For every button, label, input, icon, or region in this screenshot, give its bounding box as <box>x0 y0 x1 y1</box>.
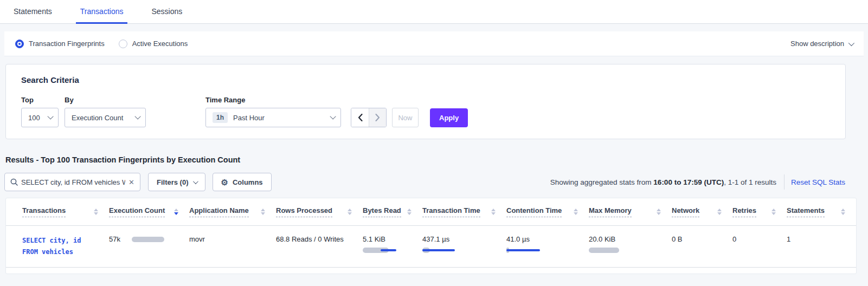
columns-button[interactable]: ⚙ Columns <box>213 173 272 191</box>
search-criteria-title: Search Criteria <box>21 75 845 84</box>
by-field: By Execution Count <box>65 96 205 127</box>
search-input[interactable] <box>21 178 125 186</box>
cell-retries: 0 <box>732 226 787 267</box>
radio-unselected-icon[interactable] <box>119 40 127 48</box>
showing-stats-range: 16:00 to 17:59 (UTC) <box>653 178 724 186</box>
transactions-table: Transactions Execution Count Application… <box>5 198 857 274</box>
search-criteria-controls: Top 100 By Execution Count Time Range 1h… <box>21 96 845 127</box>
now-button[interactable]: Now <box>392 108 419 127</box>
time-range-select[interactable]: 1h Past Hour <box>205 108 341 127</box>
cell-bytes-read: 5.1 KiB <box>363 226 422 267</box>
time-range-label: Time Range <box>205 96 341 104</box>
sort-icon[interactable] <box>717 209 722 215</box>
radio-selected-icon[interactable] <box>15 40 24 48</box>
bytes-read-bar <box>363 248 412 253</box>
reset-sql-stats-link[interactable]: Reset SQL Stats <box>791 178 845 186</box>
retries-value: 0 <box>732 235 736 243</box>
by-label: By <box>65 96 205 104</box>
sort-icon[interactable] <box>261 209 265 215</box>
filters-label: Filters (0) <box>157 178 189 186</box>
column-header-transactions: Transactions <box>6 198 109 225</box>
column-header-bytes-read: Bytes Read <box>363 198 422 225</box>
transaction-time-value: 437.1 µs <box>422 235 496 243</box>
column-header-application-name: Application Name <box>189 198 276 225</box>
view-radio-group: Transaction Fingerprints Active Executio… <box>15 40 188 48</box>
tab-sessions[interactable]: Sessions <box>147 0 187 24</box>
cell-max-memory: 20.0 KiB <box>589 226 672 267</box>
results-controls: ✕ Filters (0) ⚙ Columns Showing aggregat… <box>4 173 845 191</box>
sort-icon[interactable] <box>407 209 412 215</box>
sort-icon[interactable] <box>491 209 496 215</box>
sort-icon[interactable] <box>771 209 776 215</box>
top-label: Top <box>21 96 65 104</box>
by-value: Execution Count <box>72 114 123 122</box>
contention-time-value: 41.0 µs <box>506 235 578 243</box>
execution-count-value: 57k <box>109 235 120 243</box>
cell-network: 0 B <box>672 226 732 267</box>
column-header-statements: Statements <box>787 198 856 225</box>
showing-stats-text: Showing aggregated stats from 16:00 to 1… <box>550 178 776 186</box>
statements-value: 1 <box>787 235 790 243</box>
cell-transaction-time: 437.1 µs <box>422 226 506 267</box>
search-criteria-panel: Search Criteria Top 100 By Execution Cou… <box>5 64 846 139</box>
time-range-badge: 1h <box>213 112 228 123</box>
sql-search-box[interactable]: ✕ <box>4 173 140 191</box>
sort-icon[interactable] <box>841 209 845 215</box>
execution-count-bar <box>132 237 164 242</box>
sort-icon[interactable] <box>348 209 352 215</box>
gear-icon: ⚙ <box>221 178 228 186</box>
radio-active-executions[interactable]: Active Executions <box>119 40 188 48</box>
sort-icon[interactable] <box>94 209 98 215</box>
filters-button[interactable]: Filters (0) <box>148 173 205 191</box>
clear-search-icon[interactable]: ✕ <box>128 178 134 186</box>
column-header-transaction-time: Transaction Time <box>422 198 506 225</box>
cell-execution-count: 57k <box>109 226 189 267</box>
by-select[interactable]: Execution Count <box>65 108 146 127</box>
chevron-down-icon <box>330 113 336 119</box>
chevron-down-icon <box>192 179 198 184</box>
column-header-contention-time: Contention Time <box>506 198 589 225</box>
time-range-value: Past Hour <box>233 114 265 122</box>
table-row: SELECT city, idFROM vehicles 57k movr 68… <box>6 226 856 268</box>
column-header-network: Network <box>672 198 732 225</box>
next-range-button[interactable] <box>369 108 386 127</box>
tab-statements[interactable]: Statements <box>9 0 56 24</box>
radio-label: Active Executions <box>132 40 188 48</box>
application-name-value: movr <box>189 235 205 243</box>
bytes-read-value: 5.1 KiB <box>363 235 412 243</box>
columns-label: Columns <box>233 178 263 186</box>
column-header-rows-processed: Rows Processed <box>276 198 363 225</box>
tab-transactions[interactable]: Transactions <box>76 0 128 24</box>
chevron-down-icon <box>134 113 140 119</box>
rows-processed-value: 68.8 Reads / 0 Writes <box>276 235 344 243</box>
radio-label: Transaction Fingerprints <box>29 40 105 48</box>
chevron-left-icon <box>358 114 363 121</box>
cell-transaction-fingerprint: SELECT city, idFROM vehicles <box>6 226 109 267</box>
network-value: 0 B <box>672 235 683 243</box>
cell-rows-processed: 68.8 Reads / 0 Writes <box>276 226 363 267</box>
cell-statements: 1 <box>787 226 856 267</box>
top-select[interactable]: 100 <box>21 108 59 127</box>
transaction-fingerprint-link[interactable]: SELECT city, idFROM vehicles <box>22 235 98 258</box>
column-header-max-memory: Max Memory <box>589 198 672 225</box>
contention-time-bar <box>506 248 578 253</box>
apply-button[interactable]: Apply <box>430 108 468 127</box>
sort-icon-active[interactable] <box>174 209 178 215</box>
column-header-execution-count: Execution Count <box>109 198 189 225</box>
show-description-toggle[interactable]: Show description <box>790 40 853 48</box>
column-header-retries: Retries <box>732 198 787 225</box>
search-icon <box>10 178 18 186</box>
results-title: Results - Top 100 Transaction Fingerprin… <box>5 155 868 164</box>
previous-range-button[interactable] <box>351 108 369 127</box>
time-range-stepper <box>351 108 387 127</box>
top-tab-bar: Statements Transactions Sessions <box>0 0 868 24</box>
chevron-down-icon <box>848 40 854 46</box>
radio-transaction-fingerprints[interactable]: Transaction Fingerprints <box>15 40 105 48</box>
show-description-label: Show description <box>790 40 844 48</box>
sort-icon[interactable] <box>574 209 578 215</box>
sort-icon[interactable] <box>657 209 661 215</box>
cell-contention-time: 41.0 µs <box>506 226 589 267</box>
top-value: 100 <box>28 114 40 122</box>
max-memory-value: 20.0 KiB <box>589 235 661 243</box>
time-range-field: Time Range 1h Past Hour <box>205 96 341 127</box>
